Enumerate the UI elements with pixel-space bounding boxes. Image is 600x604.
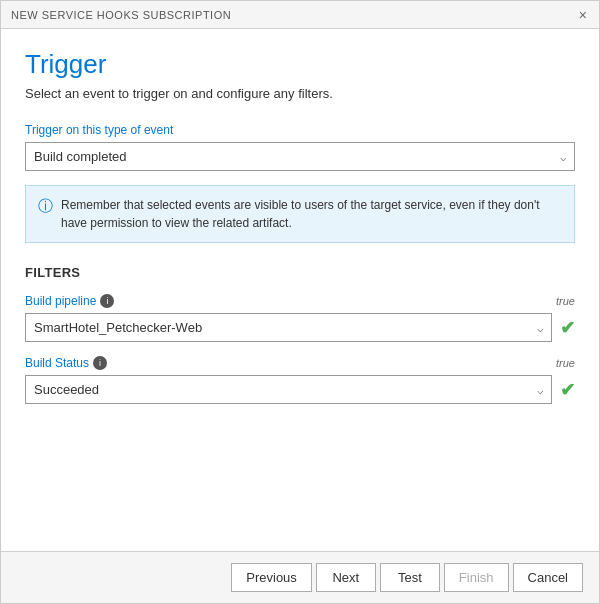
build-status-valid-icon: ✔	[560, 379, 575, 401]
finish-button[interactable]: Finish	[444, 563, 509, 592]
build-pipeline-optional-tag: true	[556, 295, 575, 307]
dialog-footer: Previous Next Test Finish Cancel	[1, 551, 599, 603]
event-type-select[interactable]: Build completed Code pushed Pull request…	[25, 142, 575, 171]
cancel-button[interactable]: Cancel	[513, 563, 583, 592]
info-icon: ⓘ	[38, 197, 53, 216]
filter-build-status-label-row: Build Status i true	[25, 356, 575, 370]
filter-build-status-label: Build Status i	[25, 356, 107, 370]
build-status-select-wrapper: Succeeded Failed Partially succeeded Sto…	[25, 375, 552, 404]
build-status-optional-tag: true	[556, 357, 575, 369]
filter-build-status: Build Status i true Succeeded Failed Par…	[25, 356, 575, 404]
event-type-label: Trigger on this type of event	[25, 123, 575, 137]
dialog-title: NEW SERVICE HOOKS SUBSCRIPTION	[11, 9, 231, 21]
test-button[interactable]: Test	[380, 563, 440, 592]
page-subtitle: Select an event to trigger on and config…	[25, 86, 575, 101]
build-status-select[interactable]: Succeeded Failed Partially succeeded Sto…	[25, 375, 552, 404]
build-pipeline-select[interactable]: SmartHotel_Petchecker-Web All	[25, 313, 552, 342]
build-status-info-icon[interactable]: i	[93, 356, 107, 370]
dialog-titlebar: NEW SERVICE HOOKS SUBSCRIPTION ×	[1, 1, 599, 29]
filter-build-pipeline-label-row: Build pipeline i true	[25, 294, 575, 308]
build-status-select-row: Succeeded Failed Partially succeeded Sto…	[25, 375, 575, 404]
dialog-window: NEW SERVICE HOOKS SUBSCRIPTION × Trigger…	[0, 0, 600, 604]
build-pipeline-select-wrapper: SmartHotel_Petchecker-Web All ⌵	[25, 313, 552, 342]
filter-build-pipeline: Build pipeline i true SmartHotel_Petchec…	[25, 294, 575, 342]
event-type-select-wrapper: Build completed Code pushed Pull request…	[25, 142, 575, 171]
build-pipeline-valid-icon: ✔	[560, 317, 575, 339]
info-text: Remember that selected events are visibl…	[61, 196, 562, 232]
page-title: Trigger	[25, 49, 575, 80]
build-pipeline-select-row: SmartHotel_Petchecker-Web All ⌵ ✔	[25, 313, 575, 342]
info-box: ⓘ Remember that selected events are visi…	[25, 185, 575, 243]
dialog-body: Trigger Select an event to trigger on an…	[1, 29, 599, 551]
next-button[interactable]: Next	[316, 563, 376, 592]
filters-heading: FILTERS	[25, 265, 575, 280]
build-pipeline-info-icon[interactable]: i	[100, 294, 114, 308]
filter-build-pipeline-label: Build pipeline i	[25, 294, 114, 308]
close-button[interactable]: ×	[577, 8, 589, 22]
previous-button[interactable]: Previous	[231, 563, 312, 592]
